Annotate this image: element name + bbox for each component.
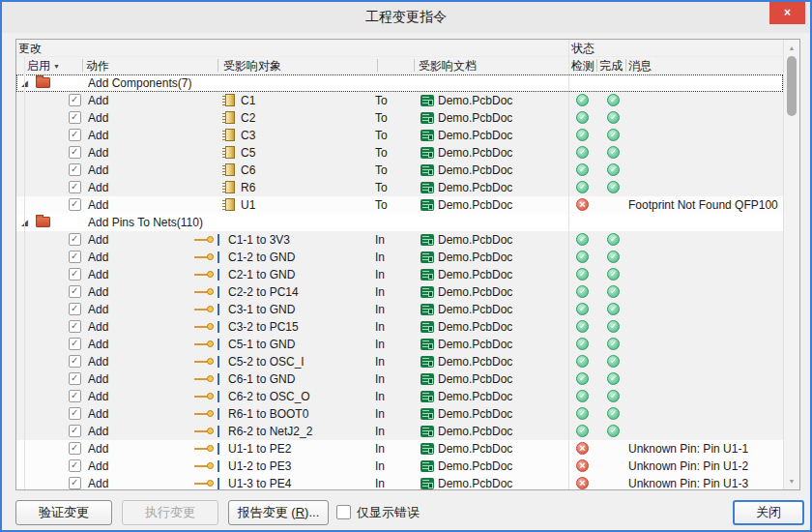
- enable-checkbox[interactable]: [69, 459, 81, 472]
- only-show-errors-checkbox[interactable]: [336, 505, 351, 519]
- action-label: Add: [88, 266, 108, 283]
- enable-checkbox[interactable]: [69, 233, 81, 246]
- enable-checkbox[interactable]: [69, 251, 81, 263]
- header-affected-document[interactable]: 受影响文档: [419, 57, 477, 74]
- close-icon[interactable]: ×: [769, 2, 805, 24]
- change-row[interactable]: AddC5-1 to GNDInDemo.PcbDoc: [16, 336, 783, 353]
- done-ok-icon: [607, 320, 620, 333]
- validate-changes-button[interactable]: 验证变更: [15, 500, 112, 525]
- change-row[interactable]: AddR6-1 to BOOT0InDemo.PcbDoc: [16, 405, 783, 423]
- change-row[interactable]: AddC6-1 to GNDInDemo.PcbDoc: [16, 370, 783, 388]
- affected-object-label: U1-2 to PE3: [228, 458, 291, 475]
- enable-checkbox[interactable]: [69, 425, 81, 437]
- enable-checkbox[interactable]: [69, 407, 81, 420]
- header-check[interactable]: 检测: [571, 57, 594, 74]
- enable-checkbox[interactable]: [69, 355, 81, 368]
- expand-icon[interactable]: ◢: [21, 219, 28, 227]
- preposition-label: To: [375, 162, 388, 179]
- component-icon: [225, 181, 235, 193]
- scrollbar-thumb[interactable]: [787, 56, 797, 116]
- header-affected-object[interactable]: 受影响对象: [223, 57, 281, 74]
- affected-object-label: C2-1 to GND: [228, 266, 295, 283]
- change-row[interactable]: AddR6ToDemo.PcbDoc: [16, 179, 783, 196]
- change-row[interactable]: AddC3-1 to GNDInDemo.PcbDoc: [16, 301, 783, 318]
- preposition-label: In: [375, 249, 385, 266]
- change-row[interactable]: AddU1ToDemo.PcbDocFootprint Not Found QF…: [16, 196, 783, 214]
- enable-checkbox[interactable]: [69, 94, 81, 106]
- change-row[interactable]: AddR6-2 to NetJ2_2InDemo.PcbDoc: [16, 423, 783, 440]
- change-row[interactable]: AddC5-2 to OSC_IInDemo.PcbDoc: [16, 353, 783, 370]
- preposition-label: In: [375, 475, 385, 489]
- header-enable[interactable]: 启用: [27, 57, 50, 74]
- enable-checkbox[interactable]: [69, 338, 81, 350]
- enable-checkbox[interactable]: [69, 303, 81, 315]
- header-done[interactable]: 完成: [599, 57, 623, 74]
- vertical-scrollbar[interactable]: ▲ ▼: [783, 40, 799, 489]
- change-row[interactable]: AddU1-2 to PE3InDemo.PcbDocUnknown Pin: …: [16, 458, 783, 475]
- group-row[interactable]: ◢Add Components(7): [16, 74, 783, 92]
- enable-checkbox[interactable]: [69, 111, 81, 124]
- affected-document-label: Demo.PcbDoc: [438, 423, 512, 440]
- check-error-icon: [576, 477, 589, 489]
- check-ok-icon: [576, 146, 589, 159]
- report-changes-button[interactable]: 报告变更 (R)...: [228, 500, 329, 525]
- change-row[interactable]: AddC2-1 to GNDInDemo.PcbDoc: [16, 266, 783, 283]
- execute-changes-button[interactable]: 执行变更: [122, 500, 218, 525]
- check-ok-icon: [576, 390, 589, 402]
- change-row[interactable]: AddC6-2 to OSC_OInDemo.PcbDoc: [16, 388, 783, 405]
- pcbdoc-icon: [420, 460, 434, 472]
- change-row[interactable]: AddC1ToDemo.PcbDoc: [16, 92, 783, 109]
- action-label: Add: [88, 423, 108, 440]
- enable-checkbox[interactable]: [69, 181, 81, 193]
- filter-dropdown-icon[interactable]: ▼: [53, 63, 60, 70]
- affected-document-label: Demo.PcbDoc: [438, 336, 512, 353]
- enable-checkbox[interactable]: [69, 320, 81, 333]
- change-row[interactable]: AddC3-2 to PC15InDemo.PcbDoc: [16, 318, 783, 336]
- pcbdoc-icon: [420, 286, 434, 298]
- pin-icon: [194, 234, 219, 246]
- enable-checkbox[interactable]: [69, 129, 81, 141]
- done-ok-icon: [607, 372, 620, 385]
- scroll-down-icon[interactable]: ▼: [784, 474, 799, 488]
- preposition-label: In: [375, 405, 385, 423]
- pcbdoc-icon: [420, 130, 434, 141]
- affected-document-label: Demo.PcbDoc: [438, 353, 512, 370]
- affected-object-label: C5-2 to OSC_I: [228, 353, 304, 370]
- message-label: Unknown Pin: Pin U1-1: [628, 440, 748, 458]
- enable-checkbox[interactable]: [69, 198, 81, 211]
- enable-checkbox[interactable]: [69, 442, 81, 455]
- enable-checkbox[interactable]: [69, 268, 81, 281]
- done-ok-icon: [607, 233, 620, 246]
- enable-checkbox[interactable]: [69, 372, 81, 385]
- enable-checkbox[interactable]: [69, 477, 81, 489]
- pin-icon: [194, 426, 219, 437]
- enable-checkbox[interactable]: [69, 390, 81, 402]
- header-action[interactable]: 动作: [86, 57, 109, 74]
- enable-checkbox[interactable]: [69, 146, 81, 159]
- change-row[interactable]: AddC1-1 to 3V3InDemo.PcbDoc: [16, 231, 783, 249]
- pin-icon: [194, 304, 219, 315]
- change-row[interactable]: AddC3ToDemo.PcbDoc: [16, 127, 783, 144]
- pin-icon: [194, 269, 219, 281]
- only-show-errors-label: 仅显示错误: [357, 500, 420, 525]
- group-label: Add Pins To Nets(110): [88, 214, 203, 231]
- affected-document-label: Demo.PcbDoc: [438, 127, 512, 144]
- change-row[interactable]: AddC2-2 to PC14InDemo.PcbDoc: [16, 283, 783, 301]
- enable-checkbox[interactable]: [69, 285, 81, 298]
- change-row[interactable]: AddC1-2 to GNDInDemo.PcbDoc: [16, 249, 783, 266]
- pcbdoc-icon: [420, 356, 434, 368]
- scroll-up-icon[interactable]: ▲: [784, 41, 799, 55]
- change-row[interactable]: AddU1-1 to PE2InDemo.PcbDocUnknown Pin: …: [16, 440, 783, 458]
- action-label: Add: [88, 475, 108, 489]
- enable-checkbox[interactable]: [69, 163, 81, 176]
- pcbdoc-icon: [420, 251, 434, 263]
- change-row[interactable]: AddU1-3 to PE4InDemo.PcbDocUnknown Pin: …: [16, 475, 783, 489]
- close-button[interactable]: 关闭: [733, 500, 804, 525]
- check-ok-icon: [576, 425, 589, 437]
- expand-icon[interactable]: ◢: [21, 79, 28, 88]
- header-message[interactable]: 消息: [628, 57, 652, 74]
- change-row[interactable]: AddC6ToDemo.PcbDoc: [16, 162, 783, 179]
- group-row[interactable]: ◢Add Pins To Nets(110): [16, 214, 783, 231]
- change-row[interactable]: AddC2ToDemo.PcbDoc: [16, 109, 783, 127]
- change-row[interactable]: AddC5ToDemo.PcbDoc: [16, 144, 783, 162]
